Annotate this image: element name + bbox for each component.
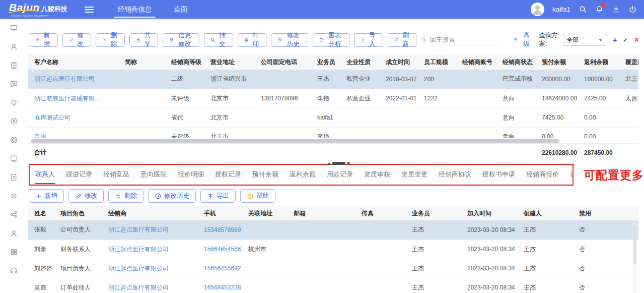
- column-header[interactable]: 传真: [355, 206, 405, 220]
- sidebar-item-contacts[interactable]: [0, 37, 28, 56]
- table-row[interactable]: 仓库测试公司省代北京市kaifa1意向7425.000.00: [28, 108, 638, 127]
- sidebar-item-share[interactable]: [0, 205, 28, 224]
- column-header[interactable]: 项目角色: [54, 206, 102, 220]
- sidebar-item-building[interactable]: [0, 56, 28, 75]
- refresh-button[interactable]: 刷新: [388, 33, 417, 47]
- column-header[interactable]: 业务员: [405, 206, 461, 220]
- clock-button[interactable]: 修改历史: [271, 33, 308, 47]
- clock-button[interactable]: 修改历史: [148, 189, 196, 203]
- cell-link[interactable]: 贵州: [34, 133, 46, 139]
- printer-button[interactable]: 打印: [238, 33, 267, 47]
- sidebar-item-heart[interactable]: [0, 93, 28, 112]
- table-row[interactable]: 刘珊财务联系人浙江起点医疗有限公司15664654566杭州市王杰2023-03…: [28, 240, 638, 259]
- table-row[interactable]: 贵州未评级北京市李艳意向0.000.00: [28, 127, 638, 138]
- detail-tab[interactable]: 授权记录: [209, 165, 247, 184]
- sidebar-item-chat[interactable]: [0, 75, 28, 93]
- horizontal-scrollbar-thumb[interactable]: [31, 139, 559, 143]
- query-scheme-select[interactable]: 全部 ▼: [563, 34, 607, 46]
- detail-tab[interactable]: 意向医院: [135, 165, 172, 184]
- search-input[interactable]: [427, 34, 502, 45]
- column-header[interactable]: 禁用: [573, 206, 638, 220]
- sidebar-item-yuan[interactable]: [0, 112, 28, 131]
- sidebar-item-gear[interactable]: [0, 187, 28, 205]
- sidebar-item-monitor[interactable]: [0, 19, 28, 37]
- column-header[interactable]: 关联地址: [242, 206, 287, 220]
- sidebar-item-user[interactable]: [0, 224, 28, 243]
- add-scheme-button[interactable]: +: [612, 36, 617, 44]
- transfer-button[interactable]: 转交: [204, 33, 233, 47]
- cell-link[interactable]: 15664654566: [204, 246, 241, 253]
- cell-link[interactable]: 16568453238: [204, 284, 241, 291]
- close-button[interactable]: 删除: [96, 33, 125, 47]
- column-header[interactable]: 企业性质: [340, 54, 379, 70]
- sidebar-item-document[interactable]: [0, 168, 28, 187]
- cell-link[interactable]: 浙江起点医疗有限公司: [108, 265, 169, 272]
- column-header[interactable]: 简称: [118, 54, 165, 70]
- column-header[interactable]: 经销商账号: [456, 54, 496, 70]
- column-header[interactable]: 覆盖区域: [619, 54, 638, 70]
- avatar[interactable]: [531, 3, 544, 16]
- export-button[interactable]: 导出: [200, 189, 236, 203]
- detail-tab[interactable]: 用款记录: [321, 165, 359, 184]
- doc-edit-button[interactable]: 信息修改: [163, 33, 199, 47]
- help-button[interactable]: 帮助: [240, 189, 275, 203]
- detail-tab[interactable]: 联系人: [30, 165, 60, 184]
- download-icon[interactable]: [612, 5, 620, 14]
- detail-tab[interactable]: 订货单: [564, 165, 573, 184]
- column-header[interactable]: 经销商: [102, 206, 197, 220]
- table-row[interactable]: 浙江起点医疗有限公司二级浙江省绍兴市王杰私营企业2018-03-07200已完成…: [28, 70, 638, 89]
- detail-tab[interactable]: 经销商报价: [521, 165, 564, 184]
- sidebar-item-grid[interactable]: [0, 243, 28, 261]
- table-row[interactable]: 浙江航展医疗器械有限...未评级北京市13817078096李艳私营企业2022…: [28, 89, 638, 108]
- pencil-button[interactable]: 修改: [62, 33, 92, 47]
- cell-link[interactable]: 浙江起点医疗有限公司: [108, 226, 169, 233]
- detail-tab[interactable]: 经销商协议: [433, 165, 477, 184]
- detail-tab[interactable]: 跟进记录: [60, 165, 98, 184]
- detail-tab[interactable]: 经销竞品: [98, 165, 135, 184]
- column-header[interactable]: 成立时间: [379, 54, 417, 70]
- column-header[interactable]: 经销商状态: [496, 54, 535, 70]
- advanced-search-link[interactable]: 高级: [523, 31, 533, 48]
- sidebar-item-headset[interactable]: [0, 261, 28, 280]
- column-header[interactable]: 邮箱: [287, 206, 355, 220]
- nav-tab-dealer-info[interactable]: 经销商信息: [107, 0, 163, 19]
- column-header[interactable]: 员工规模: [417, 54, 456, 70]
- table-row[interactable]: 吴霞订单处理人浙江起点医疗有限公司16568453238王杰2023-03-20…: [28, 278, 638, 293]
- plus-button[interactable]: 新增: [29, 33, 58, 47]
- table-row[interactable]: 刘婷婷项目负责人浙江起点医疗有限公司15656455692王杰2023-03-2…: [28, 259, 638, 278]
- column-header[interactable]: 预付余额: [535, 54, 578, 70]
- detail-tab[interactable]: 报价明细: [172, 165, 209, 184]
- nav-tab-desktop[interactable]: 桌面: [163, 0, 198, 19]
- detail-tab[interactable]: 预付余额: [247, 165, 284, 184]
- power-icon[interactable]: [628, 5, 637, 14]
- column-header[interactable]: 返利余额: [578, 54, 619, 70]
- table-row[interactable]: 张毅公司负责人浙江起点医疗有限公司15348578989王杰2023-03-20…: [28, 220, 638, 240]
- import-button[interactable]: 导入: [354, 33, 383, 47]
- delete-scheme-button[interactable]: ×: [634, 36, 639, 44]
- search-icon[interactable]: [579, 5, 587, 14]
- cell-link[interactable]: 浙江航展医疗器械有限...: [34, 95, 100, 102]
- pencil-button[interactable]: 修改: [68, 189, 104, 203]
- column-header[interactable]: 经销商等级: [165, 54, 204, 70]
- cell-link[interactable]: 浙江起点医疗有限公司: [108, 284, 169, 291]
- cell-link[interactable]: 浙江起点医疗有限公司: [108, 246, 169, 253]
- edit-scheme-button[interactable]: [622, 36, 628, 44]
- filter-funnel-icon[interactable]: [513, 36, 519, 44]
- cell-link[interactable]: 15348578989: [204, 226, 241, 233]
- vertical-scrollbar-thumb[interactable]: [633, 224, 636, 264]
- column-header[interactable]: 加入时间: [461, 206, 517, 220]
- cell-link[interactable]: 仓库测试公司: [34, 114, 70, 121]
- detail-tab[interactable]: 返利余额: [284, 165, 321, 184]
- cell-link[interactable]: 浙江起点医疗有限公司: [34, 75, 95, 82]
- column-header[interactable]: 手机: [197, 206, 242, 220]
- column-header[interactable]: 业务员: [311, 54, 340, 70]
- sidebar-item-compass[interactable]: [0, 131, 28, 149]
- column-header[interactable]: 客户名称: [28, 54, 118, 70]
- detail-tab[interactable]: 授权书申请: [477, 165, 521, 184]
- hamburger-menu-icon[interactable]: [85, 5, 94, 14]
- detail-tab[interactable]: 资质审核: [359, 165, 396, 184]
- cell-link[interactable]: 15656455692: [204, 265, 241, 272]
- pane-splitter-handle[interactable]: [327, 162, 350, 165]
- detail-tab[interactable]: 资质变更: [396, 165, 433, 184]
- close-button[interactable]: 删除: [108, 189, 144, 203]
